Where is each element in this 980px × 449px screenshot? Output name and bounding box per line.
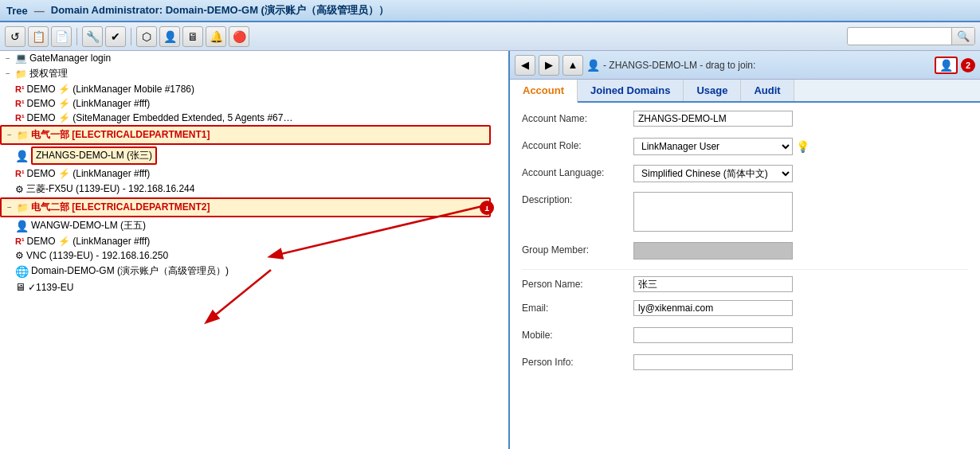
user-selected-icon: 👤 [15, 150, 29, 162]
computer-icon: 💻 [15, 53, 27, 64]
lm-fff-dept1-label: DEMO ⚡ (LinkManager #fff) [27, 168, 151, 179]
tree-item-lm-fff-dept1[interactable]: R¹ DEMO ⚡ (LinkManager #fff) [0, 166, 508, 181]
tree-item-lm-mobile[interactable]: R¹ DEMO ⚡ (LinkManager Mobile #1786) [0, 82, 508, 96]
alert-btn[interactable]: 🔴 [229, 26, 249, 47]
account-name-label: Account Name: [522, 111, 633, 124]
domain-label: Domain-DEMO-GM (演示账户（高级管理员）) [31, 264, 229, 278]
tree-folder-dept2[interactable]: − 📁 电气二部 [ELECTRICALDEPARTMENT2] [0, 197, 491, 217]
title-bar: Tree — Domain Administrator: Domain-DEMO… [0, 0, 980, 22]
dept1-expand-icon: − [5, 131, 14, 139]
drag-user-button[interactable]: 👤 [935, 57, 958, 74]
right-panel: ◀ ▶ ▲ 👤 - ZHANGS-DEMO-LM - drag to join:… [510, 51, 980, 449]
form-row-person-info: Person Info: [522, 354, 968, 373]
dept1-folder-label: 电气一部 [ELECTRICALDEPARTMENT1] [31, 128, 210, 142]
1139eu-icon: 🖥 [15, 281, 25, 293]
search-input[interactable] [848, 29, 951, 44]
form-row-group-member: Group Member: [522, 242, 968, 261]
tree-root-label: GateManager login [29, 53, 111, 64]
up-btn[interactable]: ▲ [563, 55, 583, 76]
form-row-account-name: Account Name: [522, 111, 968, 130]
account-name-input[interactable] [633, 111, 793, 127]
tab-usage[interactable]: Usage [684, 80, 741, 101]
fx5u-icon: ⚙ [15, 184, 24, 195]
search-button[interactable]: 🔍 [951, 28, 974, 45]
mobile-label: Mobile: [522, 327, 633, 341]
tree-item-fx5u[interactable]: ⚙ 三菱-FX5U (1139-EU) - 192.168.16.244 [0, 181, 508, 197]
dept2-folder-label: 电气二部 [ELECTRICALDEPARTMENT2] [31, 201, 210, 214]
person-info-input[interactable] [633, 354, 793, 370]
lm-mobile-label: DEMO ⚡ (LinkManager Mobile #1786) [27, 84, 194, 95]
right-toolbar: ◀ ▶ ▲ 👤 - ZHANGS-DEMO-LM - drag to join:… [510, 51, 980, 80]
wrench-btn[interactable]: 🔧 [82, 26, 103, 47]
dept2-expand-icon: − [5, 203, 14, 212]
forward-btn[interactable]: ▶ [539, 55, 559, 76]
tree-panel: − 💻 GateManager login − 📁 授权管理 R¹ DEMO ⚡… [0, 51, 510, 449]
lm-fff-icon: R¹ [15, 99, 25, 108]
domain-icon: 🌐 [15, 265, 29, 278]
tree-item-zhangs[interactable]: 👤 ZHANGS-DEMO-LM (张三) [0, 145, 478, 166]
tree-item-sm[interactable]: R¹ DEMO ⚡ (SiteManager Embedded Extended… [0, 111, 508, 125]
account-lang-value: Simplified Chinese (简体中文) English Tradit… [633, 165, 968, 182]
account-role-select[interactable]: LinkManager User SiteManager User GateMa… [633, 138, 793, 155]
tree-folder-auth[interactable]: − 📁 授权管理 [0, 65, 508, 82]
account-lang-select[interactable]: Simplified Chinese (简体中文) English Tradit… [633, 165, 793, 182]
right-user-label: - ZHANGS-DEMO-LM - drag to join: [603, 60, 931, 71]
group-member-label: Group Member: [522, 242, 633, 256]
folder-icon-dept2: 📁 [17, 202, 29, 213]
tree-item-vnc[interactable]: ⚙ VNC (1139-EU) - 192.168.16.250 [0, 248, 508, 263]
tab-joined-domains[interactable]: Joined Domains [578, 80, 684, 101]
back-btn[interactable]: ◀ [515, 55, 535, 76]
mobile-input[interactable] [633, 327, 793, 343]
folder-icon-auth: 📁 [15, 68, 27, 80]
person-name-label: Person Name: [522, 276, 633, 290]
vnc-label: VNC (1139-EU) - 192.168.16.250 [26, 250, 168, 261]
tree-folder-dept1[interactable]: − 📁 电气一部 [ELECTRICALDEPARTMENT1] [0, 125, 491, 145]
doc2-btn[interactable]: 📄 [51, 26, 72, 47]
drag-user-icon: 👤 [939, 59, 953, 72]
wangw-label: WANGW-DEMO-LM (王五) [31, 219, 146, 232]
email-label: Email: [522, 300, 633, 314]
zhangs-label: ZHANGS-DEMO-LM (张三) [31, 146, 157, 165]
account-role-value: LinkManager User SiteManager User GateMa… [633, 138, 968, 155]
main-content: − 💻 GateManager login − 📁 授权管理 R¹ DEMO ⚡… [0, 51, 980, 449]
main-toolbar: ↺ 📋 📄 🔧 ✔ ⬡ 👤 🖥 🔔 🔴 🔍 [0, 22, 980, 51]
tree-root-item[interactable]: − 💻 GateManager login [0, 51, 508, 65]
hex-btn[interactable]: ⬡ [136, 26, 157, 47]
doc-btn[interactable]: 📋 [28, 26, 49, 47]
tab-account[interactable]: Account [510, 80, 578, 103]
person-info-label: Person Info: [522, 354, 633, 368]
form-row-email: Email: [522, 300, 968, 319]
lm-fff-dept2-icon: R¹ [15, 236, 25, 246]
check-btn[interactable]: ✔ [105, 26, 126, 47]
lm-fff-label: DEMO ⚡ (LinkManager #fff) [27, 98, 151, 109]
tree-item-wangw[interactable]: 👤 WANGW-DEMO-LM (王五) [0, 217, 508, 234]
group-member-box [633, 242, 793, 260]
red-circle-1: 1 [480, 201, 494, 215]
refresh-btn[interactable]: ↺ [5, 26, 25, 47]
bell-btn[interactable]: 🔔 [206, 26, 226, 47]
tree-item-lm-fff[interactable]: R¹ DEMO ⚡ (LinkManager #fff) [0, 96, 508, 111]
1139eu-label: ✓1139-EU [28, 282, 73, 293]
monitor-btn[interactable]: 🖥 [182, 26, 203, 47]
user-btn[interactable]: 👤 [159, 26, 180, 47]
folder-icon-dept1: 📁 [17, 130, 29, 141]
person-name-input[interactable] [633, 276, 793, 292]
fx5u-label: 三菱-FX5U (1139-EU) - 192.168.16.244 [26, 182, 194, 196]
vnc-icon: ⚙ [15, 250, 24, 261]
tab-audit[interactable]: Audit [741, 80, 794, 101]
tree-item-domain[interactable]: 🌐 Domain-DEMO-GM (演示账户（高级管理员）) [0, 263, 508, 279]
tree-item-1139eu[interactable]: 🖥 ✓1139-EU [0, 279, 508, 295]
description-value [633, 192, 968, 234]
tree-item-lm-fff-dept2[interactable]: R¹ DEMO ⚡ (LinkManager #fff) [0, 234, 508, 248]
title-text: Domain Administrator: Domain-DEMO-GM (演示… [51, 3, 389, 18]
form-row-person-name: Person Name: [522, 269, 968, 292]
person-info-value [633, 354, 968, 370]
person-name-value [633, 276, 968, 292]
lightbulb-icon: 💡 [796, 140, 809, 153]
account-role-select-row: LinkManager User SiteManager User GateMa… [633, 138, 968, 155]
account-form: Account Name: Account Role: LinkManager … [510, 103, 980, 389]
search-box: 🔍 [847, 27, 975, 45]
sm-icon: R¹ [15, 113, 25, 123]
description-textarea[interactable] [633, 192, 793, 232]
email-input[interactable] [633, 300, 793, 316]
